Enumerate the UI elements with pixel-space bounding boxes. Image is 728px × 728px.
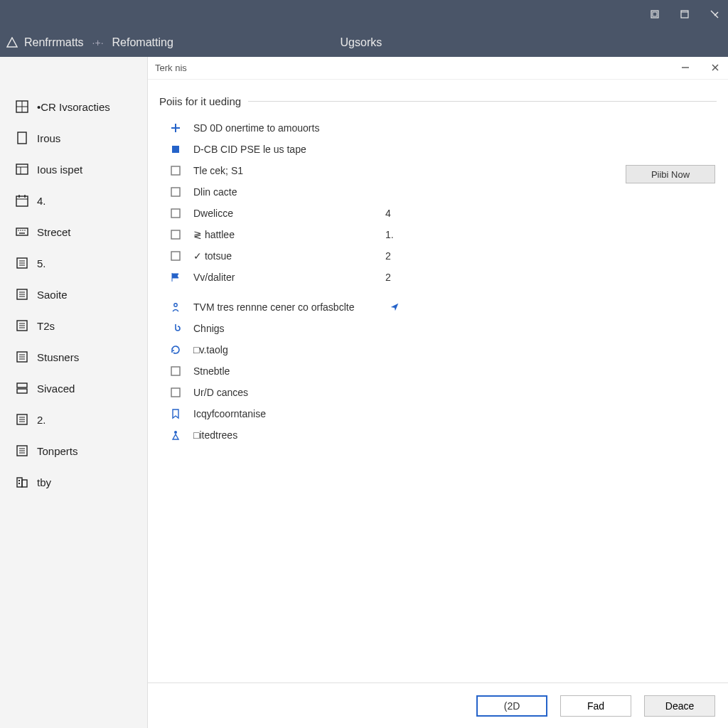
option-row-9[interactable]: Chnigs	[169, 318, 728, 339]
cancel-button[interactable]: Deace	[644, 695, 715, 717]
sidebar-item-label: 4.	[37, 195, 46, 207]
list-icon	[14, 443, 30, 459]
bookmark-icon	[169, 407, 182, 420]
option-row-13[interactable]: Icqyfcoorntanise	[169, 403, 728, 424]
option-label: Vv/daliter	[193, 272, 385, 283]
sidebar-item-2[interactable]: Ious ispet	[14, 154, 147, 185]
svg-rect-13	[16, 196, 28, 206]
run-now-button[interactable]: Piibi Now	[626, 165, 715, 183]
panel-header: Terk nis	[148, 57, 728, 80]
option-row-6[interactable]: ✓ totsue2	[169, 245, 728, 267]
svg-point-67	[174, 431, 177, 434]
sidebar-item-0[interactable]: •CR Ivsoracties	[14, 91, 147, 122]
option-label: SD 0D onertime to amouorts	[193, 122, 385, 134]
svg-rect-50	[22, 480, 27, 487]
option-label: TVM tres rennne cener co orfasbclte	[193, 301, 385, 313]
sidebar-item-5[interactable]: 5.	[14, 247, 147, 279]
svg-rect-1	[653, 12, 657, 16]
sidebar-item-label: Ious ispet	[37, 164, 82, 176]
menubar: Renfrrmatts ·+· Refomatting Ugsorks	[0, 28, 728, 57]
breadcrumb-separator-icon: ·+·	[90, 37, 107, 48]
person2-icon	[169, 429, 182, 441]
option-label: Dwelicce	[193, 208, 385, 219]
square-icon	[169, 164, 182, 177]
option-row-7[interactable]: Vv/daliter2	[169, 267, 728, 288]
square-icon	[169, 365, 182, 378]
box-icon	[169, 143, 182, 156]
option-row-1[interactable]: D-CB CID PSE le us tape	[169, 139, 728, 160]
ok-button[interactable]: (2D	[476, 695, 547, 717]
sidebar-item-1[interactable]: Irous	[14, 122, 147, 154]
minimize-icon[interactable]	[650, 9, 660, 19]
person-icon	[169, 301, 182, 314]
apply-button[interactable]: Fad	[560, 695, 631, 717]
svg-rect-52	[18, 483, 20, 484]
sidebar-item-4[interactable]: Strecet	[14, 216, 147, 247]
option-row-3[interactable]: Dlin cacte	[169, 181, 728, 203]
list-icon	[14, 318, 30, 333]
sidebar-item-9[interactable]: Sivaced	[14, 373, 147, 404]
sidebar-item-label: Tonperts	[37, 445, 78, 457]
option-value: 1.	[385, 229, 394, 240]
panel-close-icon[interactable]	[711, 63, 721, 73]
list-icon	[14, 255, 30, 271]
svg-line-4	[711, 11, 718, 18]
option-label: Stnebtle	[193, 365, 385, 377]
option-label: Dlin cacte	[193, 186, 385, 198]
option-label: □v.taolg	[193, 344, 385, 355]
menubar-center-label[interactable]: Ugsorks	[341, 36, 382, 48]
sidebar-item-7[interactable]: T2s	[14, 310, 147, 341]
option-row-5[interactable]: ≷ hattlee1.	[169, 224, 728, 245]
sidebar-item-8[interactable]: Stusners	[14, 341, 147, 373]
svg-rect-65	[171, 367, 180, 375]
list-icon	[14, 412, 30, 427]
option-row-12[interactable]: Ur/D cances	[169, 382, 728, 403]
section-header: Poiis for it ueding	[159, 95, 717, 107]
dialog-footer: (2D Fad Deace	[148, 682, 728, 728]
option-row-0[interactable]: SD 0D onertime to amouorts	[169, 117, 728, 139]
sidebar-item-label: 2.	[37, 414, 46, 426]
breadcrumb[interactable]: Refomatting	[112, 36, 173, 49]
sidebar-item-12[interactable]: tby	[14, 466, 147, 498]
window-titlebar	[0, 0, 728, 28]
date-icon	[14, 193, 30, 208]
option-row-14[interactable]: □itedtrees	[169, 424, 728, 446]
square-icon	[169, 207, 182, 220]
sidebar-item-6[interactable]: Saoite	[14, 279, 147, 310]
option-row-8[interactable]: TVM tres rennne cener co orfasbclte	[169, 296, 728, 318]
svg-point-64	[174, 304, 177, 306]
square-icon	[169, 186, 182, 198]
option-row-11[interactable]: Stnebtle	[169, 360, 728, 382]
stack-icon	[14, 380, 30, 396]
svg-rect-10	[16, 164, 28, 174]
hook-icon	[169, 322, 182, 335]
page-icon	[14, 130, 30, 146]
sidebar-item-3[interactable]: 4.	[14, 185, 147, 216]
app-name: Renfrrmatts	[24, 36, 84, 49]
sidebar-item-11[interactable]: Tonperts	[14, 435, 147, 466]
option-label: Chnigs	[193, 323, 385, 334]
checkbox-icon	[169, 228, 182, 241]
option-row-10[interactable]: □v.taolg	[169, 339, 728, 360]
list-icon	[14, 349, 30, 365]
option-value: 2	[385, 272, 391, 283]
option-value: 4	[385, 208, 391, 219]
checkbox-icon	[169, 250, 182, 262]
app-logo-icon	[6, 36, 18, 49]
option-value: 2	[385, 250, 391, 262]
svg-rect-51	[18, 480, 20, 481]
sidebar-item-10[interactable]: 2.	[14, 404, 147, 435]
svg-point-18	[18, 230, 19, 231]
panel-minimize-icon[interactable]	[681, 63, 691, 73]
main-panel: Terk nis Poiis for it ueding SD 0D onert…	[148, 57, 728, 728]
option-label: Tle cek; S1	[193, 165, 385, 176]
panel-tab-label[interactable]: Terk nis	[155, 63, 187, 73]
option-row-4[interactable]: Dwelicce4	[169, 203, 728, 224]
maximize-icon[interactable]	[680, 9, 690, 19]
sidebar-item-label: T2s	[37, 320, 55, 332]
option-label: Icqyfcoorntanise	[193, 408, 385, 419]
close-icon[interactable]	[710, 9, 719, 19]
panel-icon	[14, 161, 30, 177]
svg-rect-49	[17, 478, 22, 487]
svg-rect-58	[172, 146, 179, 153]
